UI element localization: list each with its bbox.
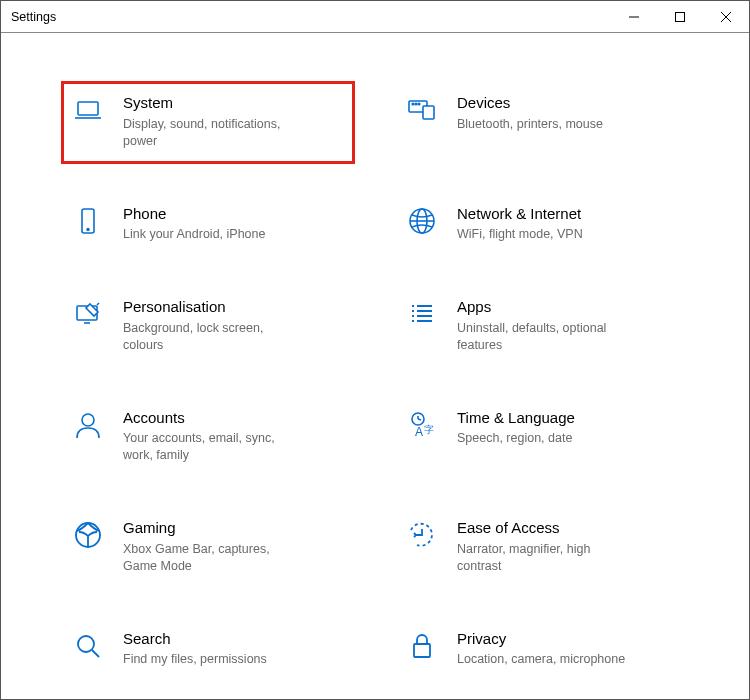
tile-desc: Your accounts, email, sync, work, family: [123, 430, 293, 464]
svg-point-10: [418, 103, 420, 105]
svg-rect-36: [414, 644, 430, 657]
tile-text: Gaming Xbox Game Bar, captures, Game Mod…: [123, 518, 345, 575]
tile-text: Personalisation Background, lock screen,…: [123, 297, 345, 354]
tile-title: Privacy: [457, 630, 679, 649]
minimize-button[interactable]: [611, 1, 657, 32]
globe-icon: [405, 204, 439, 238]
tile-text: System Display, sound, notifications, po…: [123, 93, 345, 150]
tile-desc: Narrator, magnifier, high contrast: [457, 541, 627, 575]
tile-title: Time & Language: [457, 409, 679, 428]
personalisation-icon: [71, 297, 105, 331]
apps-icon: [405, 297, 439, 331]
tile-devices[interactable]: Devices Bluetooth, printers, mouse: [395, 81, 689, 164]
tile-title: Devices: [457, 94, 679, 113]
svg-point-8: [412, 103, 414, 105]
tile-text: Phone Link your Android, iPhone: [123, 204, 345, 244]
svg-rect-7: [423, 106, 434, 119]
tile-gaming[interactable]: Gaming Xbox Game Bar, captures, Game Mod…: [61, 506, 355, 589]
tile-time-language[interactable]: A 字 Time & Language Speech, region, date: [395, 396, 689, 479]
tile-desc: Xbox Game Bar, captures, Game Mode: [123, 541, 293, 575]
tile-network[interactable]: Network & Internet WiFi, flight mode, VP…: [395, 192, 689, 258]
tile-privacy[interactable]: Privacy Location, camera, microphone: [395, 617, 689, 683]
svg-line-18: [97, 303, 99, 305]
tile-desc: Link your Android, iPhone: [123, 226, 293, 243]
tile-title: Phone: [123, 205, 345, 224]
tile-desc: Bluetooth, printers, mouse: [457, 116, 627, 133]
search-icon: [71, 629, 105, 663]
svg-point-34: [78, 636, 94, 652]
svg-line-35: [92, 650, 99, 657]
lock-icon: [405, 629, 439, 663]
laptop-icon: [71, 93, 105, 127]
tile-desc: Location, camera, microphone: [457, 651, 627, 668]
tile-apps[interactable]: Apps Uninstall, defaults, optional featu…: [395, 285, 689, 368]
tile-title: Ease of Access: [457, 519, 679, 538]
tile-desc: Background, lock screen, colours: [123, 320, 293, 354]
tile-desc: Display, sound, notifications, power: [123, 116, 293, 150]
tile-title: Search: [123, 630, 345, 649]
settings-content: System Display, sound, notifications, po…: [1, 33, 749, 682]
maximize-icon: [674, 11, 686, 23]
tile-text: Network & Internet WiFi, flight mode, VP…: [457, 204, 679, 244]
tile-desc: Find my files, permissions: [123, 651, 293, 668]
tile-text: Ease of Access Narrator, magnifier, high…: [457, 518, 679, 575]
close-button[interactable]: [703, 1, 749, 32]
person-icon: [71, 408, 105, 442]
tile-ease-of-access[interactable]: Ease of Access Narrator, magnifier, high…: [395, 506, 689, 589]
tile-desc: Uninstall, defaults, optional features: [457, 320, 627, 354]
gaming-icon: [71, 518, 105, 552]
time-language-icon: A 字: [405, 408, 439, 442]
close-icon: [720, 11, 732, 23]
window-title: Settings: [11, 10, 56, 24]
window-controls: [611, 1, 749, 32]
tile-title: Gaming: [123, 519, 345, 538]
svg-line-30: [418, 419, 421, 420]
tile-accounts[interactable]: Accounts Your accounts, email, sync, wor…: [61, 396, 355, 479]
tile-text: Time & Language Speech, region, date: [457, 408, 679, 448]
tile-desc: WiFi, flight mode, VPN: [457, 226, 627, 243]
svg-point-9: [415, 103, 417, 105]
tile-text: Devices Bluetooth, printers, mouse: [457, 93, 679, 133]
tile-personalisation[interactable]: Personalisation Background, lock screen,…: [61, 285, 355, 368]
minimize-icon: [628, 11, 640, 23]
svg-point-12: [87, 228, 89, 230]
ease-of-access-icon: [405, 518, 439, 552]
svg-text:A: A: [415, 425, 423, 439]
svg-point-27: [82, 414, 94, 426]
tile-system[interactable]: System Display, sound, notifications, po…: [61, 81, 355, 164]
devices-icon: [405, 93, 439, 127]
tile-title: Network & Internet: [457, 205, 679, 224]
tile-title: Accounts: [123, 409, 345, 428]
svg-rect-1: [676, 12, 685, 21]
tile-title: System: [123, 94, 345, 113]
tile-title: Apps: [457, 298, 679, 317]
svg-rect-4: [78, 102, 98, 115]
maximize-button[interactable]: [657, 1, 703, 32]
tile-search[interactable]: Search Find my files, permissions: [61, 617, 355, 683]
tile-text: Search Find my files, permissions: [123, 629, 345, 669]
settings-grid: System Display, sound, notifications, po…: [61, 81, 689, 682]
tile-text: Privacy Location, camera, microphone: [457, 629, 679, 669]
tile-phone[interactable]: Phone Link your Android, iPhone: [61, 192, 355, 258]
tile-text: Apps Uninstall, defaults, optional featu…: [457, 297, 679, 354]
tile-desc: Speech, region, date: [457, 430, 627, 447]
phone-icon: [71, 204, 105, 238]
tile-text: Accounts Your accounts, email, sync, wor…: [123, 408, 345, 465]
titlebar: Settings: [1, 1, 749, 33]
tile-title: Personalisation: [123, 298, 345, 317]
svg-text:字: 字: [424, 424, 434, 435]
